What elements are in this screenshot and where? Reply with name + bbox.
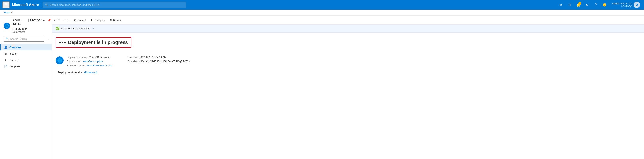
page-section: Overview (30, 18, 45, 22)
page-subtitle: Deployment (12, 30, 58, 33)
breadcrumb-home[interactable]: Home (4, 11, 10, 14)
svg-text:🌐: 🌐 (5, 24, 9, 28)
sidebar-search-icon: 🔍 (6, 37, 9, 40)
correlation-label: Correlation ID: (128, 60, 144, 63)
global-search-input[interactable] (50, 3, 184, 6)
delete-label: Delete (62, 19, 69, 22)
help-icon: ? (595, 3, 597, 6)
settings-icon: ⚙ (586, 3, 588, 7)
redeploy-button[interactable]: ⬆ Redeploy (88, 17, 107, 23)
refresh-label: Refresh (113, 19, 122, 22)
dot-3 (64, 42, 66, 43)
email-icon: ✉ (560, 3, 562, 7)
start-time-line: Start time: 6/2/2021, 11:24:14 AM (128, 56, 190, 59)
main-layout: 🌐 Your-ADT-instance | Overview 📌 ··· Dep… (0, 16, 644, 159)
sidebar-item-outputs-label: Outputs (9, 59, 18, 62)
topbar-icons: ✉ ⊞ 🔔 1 ⚙ ? 🙂 user@contoso.com CONTOSO U (557, 1, 642, 9)
deployment-info-left: Deployment name: Your-ADT-instance Subsc… (67, 56, 112, 67)
app-name: Microsoft Azure (12, 3, 39, 7)
sidebar-item-overview-label: Overview (9, 46, 21, 49)
sidebar-item-inputs[interactable]: ⊞ Inputs (0, 50, 52, 57)
overview-icon: 👤 (4, 46, 7, 49)
status-dots (59, 42, 66, 43)
hamburger-icon: ☰ (4, 3, 8, 7)
cancel-button[interactable]: ⊘ Cancel (72, 17, 88, 23)
cancel-icon: ⊘ (74, 18, 76, 22)
template-icon: 📄 (4, 65, 7, 68)
pin-button[interactable]: 📌 (46, 18, 52, 23)
sidebar-item-template-label: Template (9, 65, 20, 68)
resource-name: Your-ADT-instance (12, 18, 27, 30)
deployment-details-label: Deployment details (58, 71, 82, 74)
sidebar-collapse-button[interactable]: « (47, 37, 50, 42)
deployment-info-right: Start time: 6/2/2021, 11:24:14 AM Correl… (128, 56, 190, 63)
deployment-details-row[interactable]: › Deployment details (Download) (56, 71, 640, 74)
breadcrumb-separator: › (11, 11, 12, 14)
feedback-checkmark-icon: ✅ (56, 27, 60, 30)
sidebar-search-box[interactable]: 🔍 (4, 36, 44, 42)
global-search-box[interactable]: 🔍 (43, 1, 186, 8)
resource-group-value[interactable]: Your-Resource-Group (87, 64, 112, 67)
adt-resource-icon: 🌐 (3, 22, 10, 29)
deployment-name-line: Deployment name: Your-ADT-instance (67, 56, 112, 59)
cancel-label: Cancel (78, 19, 86, 22)
sidebar-item-inputs-label: Inputs (9, 52, 16, 55)
user-org: CONTOSO (612, 5, 632, 7)
start-time-label: Start time: (128, 56, 140, 59)
feedback-bar[interactable]: ✅ We'd love your feedback! → (52, 25, 644, 32)
correlation-line: Correlation ID: A1bC2dE3fH4iJ5kL6mN7oP8q… (128, 60, 190, 63)
feedback-text: We'd love your feedback! (61, 27, 90, 30)
deployment-spinner-icon: 🌐 (56, 56, 64, 64)
sidebar-search-input[interactable] (10, 37, 42, 40)
refresh-button[interactable]: ↻ Refresh (108, 17, 124, 23)
user-info: user@contoso.com CONTOSO (612, 2, 632, 7)
deployment-status-box: Deployment is in progress (56, 37, 132, 48)
sidebar-nav: 👤 Overview ⊞ Inputs ≡ Outputs 📄 Template (0, 44, 52, 159)
subscription-value[interactable]: Your-Subscription (82, 60, 103, 63)
search-icon: 🔍 (45, 3, 48, 6)
feedback-arrow-icon: → (92, 27, 94, 30)
breadcrumb: Home › (0, 9, 644, 16)
deployment-status-text: Deployment is in progress (68, 40, 128, 45)
sidebar-item-template[interactable]: 📄 Template (0, 63, 52, 69)
notification-badge: 1 (578, 2, 581, 5)
redeploy-icon: ⬆ (90, 18, 93, 22)
portal-icon-button[interactable]: ⊞ (566, 1, 573, 8)
sidebar-item-outputs[interactable]: ≡ Outputs (0, 57, 52, 63)
topbar: ☰ Microsoft Azure 🔍 ✉ ⊞ 🔔 1 ⚙ ? 🙂 user@c… (0, 0, 644, 9)
deployment-section: Deployment is in progress 🌐 Deployment n… (52, 32, 644, 79)
deployment-name-label: Deployment name: (67, 56, 88, 59)
page-title-group: Your-ADT-instance | Overview 📌 ··· Deplo… (12, 18, 58, 33)
sidebar: 🌐 Your-ADT-instance | Overview 📌 ··· Dep… (0, 16, 52, 159)
redeploy-label: Redeploy (94, 19, 105, 22)
inputs-icon: ⊞ (4, 52, 7, 55)
feedback-button[interactable]: 🙂 (601, 1, 608, 8)
email-icon-button[interactable]: ✉ (557, 1, 564, 8)
delete-icon: 🗑 (58, 18, 60, 22)
user-menu[interactable]: user@contoso.com CONTOSO U (610, 1, 642, 9)
main-content: 🗑 Delete ⊘ Cancel ⬆ Redeploy ↻ Refresh ✅… (52, 16, 644, 159)
title-separator: | (28, 18, 29, 22)
subscription-label: Subscription: (67, 60, 82, 63)
portal-icon: ⊞ (568, 3, 571, 7)
sidebar-item-overview[interactable]: 👤 Overview (0, 44, 52, 50)
delete-button[interactable]: 🗑 Delete (56, 17, 71, 23)
deployment-name-value: Your-ADT-instance (89, 56, 111, 59)
outputs-icon: ≡ (4, 58, 7, 62)
smiley-icon: 🙂 (603, 3, 606, 7)
notifications-button[interactable]: 🔔 1 (575, 1, 582, 8)
settings-button[interactable]: ⚙ (584, 1, 591, 8)
download-link[interactable]: (Download) (84, 71, 97, 74)
deployment-info-row: 🌐 Deployment name: Your-ADT-instance Sub… (56, 56, 640, 67)
chevron-down-icon: › (56, 71, 56, 74)
dot-1 (59, 42, 61, 43)
subscription-line: Subscription: Your-Subscription (67, 60, 112, 63)
help-button[interactable]: ? (592, 1, 600, 8)
toolbar: 🗑 Delete ⊘ Cancel ⬆ Redeploy ↻ Refresh (52, 16, 644, 25)
avatar: U (634, 1, 640, 8)
resource-group-label: Resource group: (67, 64, 86, 67)
resource-group-line: Resource group: Your-Resource-Group (67, 64, 112, 67)
hamburger-menu-button[interactable]: ☰ (2, 1, 10, 8)
correlation-value: A1bC2dE3fH4iJ5kL6mN7oP8qR9sT0u (146, 60, 190, 63)
page-title-area: 🌐 Your-ADT-instance | Overview 📌 ··· Dep… (0, 16, 52, 33)
